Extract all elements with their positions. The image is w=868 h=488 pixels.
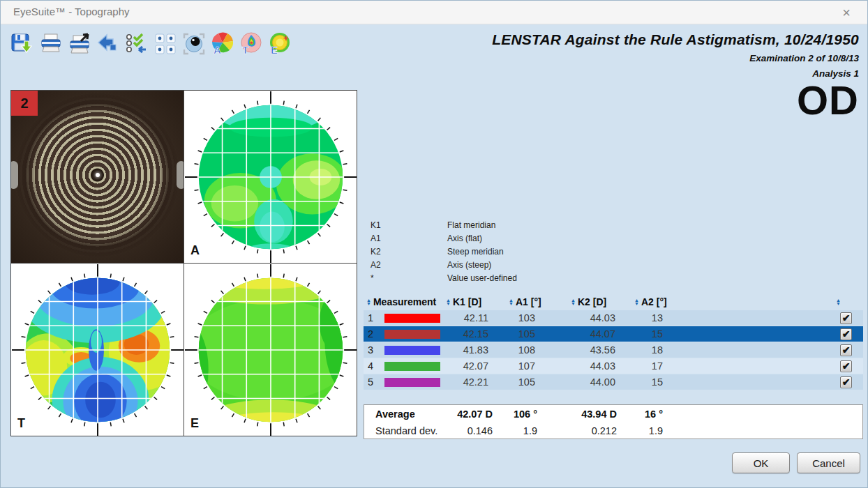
table-row[interactable]: 3 41.83 108 43.56 18 ✔	[364, 342, 863, 358]
row-number: 4	[364, 360, 384, 372]
toolbar: A T + E	[10, 30, 292, 58]
close-icon[interactable]: ×	[837, 3, 856, 22]
table-row[interactable]: 2 42.15 105 44.07 15 ✔	[364, 326, 863, 342]
average-k2: 43.94 D	[537, 409, 617, 420]
row-number: 1	[364, 312, 384, 323]
col-measurement[interactable]: Measurement	[373, 296, 436, 307]
a1-value: 107	[488, 360, 535, 372]
save-icon[interactable]	[10, 30, 34, 58]
stddev-a1: 1.9	[493, 425, 537, 436]
back-icon[interactable]	[96, 30, 120, 58]
fixation-dot	[96, 173, 100, 177]
col-a1[interactable]: A1 [°]	[516, 296, 541, 307]
quad-view-icon[interactable]	[154, 30, 177, 58]
legend-desc: Flat meridian	[447, 219, 495, 232]
k1-value: 41.83	[451, 344, 488, 356]
stddev-a2: 1.9	[617, 425, 663, 436]
elevation-map-icon[interactable]: + E	[268, 30, 292, 58]
average-a2: 16 °	[617, 409, 663, 420]
tangential-map-label: T	[17, 416, 25, 431]
window-title: EyeSuite™ - Topography	[13, 6, 130, 17]
eye-image-icon[interactable]	[182, 30, 206, 58]
k2-value: 44.03	[535, 360, 615, 372]
legend: K1Flat meridian A1Axis (flat) K2Steep me…	[371, 219, 517, 285]
print-export-icon[interactable]	[68, 30, 91, 58]
a2-value: 13	[615, 312, 663, 323]
a1-value: 103	[488, 312, 535, 323]
stddev-row: Standard dev. 0.146 1.9 0.212 1.9	[364, 422, 862, 439]
a1-value: 108	[488, 344, 535, 356]
cancel-button[interactable]: Cancel	[797, 452, 860, 473]
sort-icon[interactable]: ▲▼	[509, 298, 514, 306]
k1-value: 42.21	[451, 376, 488, 388]
a2-value: 18	[615, 344, 663, 356]
col-k2[interactable]: K2 [D]	[578, 296, 606, 307]
legend-key: K1	[371, 219, 447, 232]
elevation-map-label: E	[190, 416, 199, 431]
sort-icon[interactable]: ▲▼	[366, 298, 371, 306]
report-title: LENSTAR Against the Rule Astigmatism, 10…	[492, 31, 859, 48]
a1-value: 105	[488, 376, 535, 388]
print-icon[interactable]	[39, 30, 63, 58]
sort-icon[interactable]: ▲▼	[634, 298, 639, 306]
average-row: Average 42.07 D 106 ° 43.94 D 16 °	[364, 406, 862, 422]
measurement-color-bar	[384, 346, 440, 355]
row-checkbox[interactable]: ✔	[840, 376, 852, 388]
k2-value: 44.03	[535, 312, 615, 323]
k1-value: 42.11	[451, 312, 488, 323]
tangential-map-icon[interactable]: T	[239, 30, 263, 58]
a1-value: 105	[488, 328, 535, 340]
row-checkbox[interactable]: ✔	[840, 344, 852, 356]
stddev-label: Standard dev.	[375, 425, 448, 436]
report-header: LENSTAR Against the Rule Astigmatism, 10…	[492, 31, 859, 121]
ok-button[interactable]: OK	[732, 452, 790, 473]
measurement-color-bar	[384, 330, 440, 339]
axial-icon-letter: A	[214, 44, 221, 56]
measurement-number-badge: 2	[11, 91, 38, 116]
a2-value: 15	[615, 376, 663, 388]
axial-map-icon[interactable]: A	[211, 30, 234, 58]
assign-checklist-icon[interactable]	[125, 30, 149, 58]
placido-ring-image: 2	[11, 91, 184, 263]
col-k1[interactable]: K1 [D]	[453, 296, 481, 307]
row-number: 3	[364, 344, 384, 356]
elevation-icon-letter: E	[271, 44, 278, 56]
table-row[interactable]: 1 42.11 103 44.03 13 ✔	[364, 310, 863, 326]
measurement-color-bar	[384, 378, 440, 387]
legend-desc: Value user-defined	[447, 272, 517, 285]
legend-key: A2	[371, 259, 447, 272]
measurement-color-bar	[384, 362, 440, 371]
row-checkbox[interactable]: ✔	[840, 328, 852, 340]
elevation-icon-plus: +	[283, 33, 289, 43]
row-checkbox[interactable]: ✔	[840, 312, 852, 324]
row-number: 2	[364, 328, 384, 340]
stddev-k1: 0.146	[448, 425, 493, 436]
tangential-map: T	[11, 264, 184, 436]
average-label: Average	[375, 409, 448, 420]
average-a1: 106 °	[493, 409, 537, 420]
a2-value: 15	[615, 328, 663, 340]
table-row[interactable]: 5 42.21 105 44.00 15 ✔	[364, 374, 863, 390]
led-reflection-left	[11, 161, 18, 189]
row-number: 5	[364, 376, 384, 388]
table-header-row: ▲▼Measurement ▲▼K1 [D] ▲▼A1 [°] ▲▼K2 [D]…	[364, 294, 863, 310]
app-window: EyeSuite™ - Topography ×	[0, 0, 868, 488]
k2-value: 44.07	[535, 328, 615, 340]
sort-icon[interactable]: ▲▼	[836, 298, 841, 306]
col-a2[interactable]: A2 [°]	[641, 296, 667, 307]
legend-key: A1	[371, 232, 447, 245]
sort-icon[interactable]: ▲▼	[571, 298, 576, 306]
table-row[interactable]: 4 42.07 107 44.03 17 ✔	[364, 358, 863, 374]
axial-map-label: A	[190, 243, 200, 258]
elevation-map: E	[184, 264, 357, 436]
statistics-box: Average 42.07 D 106 ° 43.94 D 16 ° Stand…	[364, 404, 863, 439]
a2-value: 17	[615, 360, 663, 372]
axial-map: A	[184, 91, 357, 263]
measurement-table: ▲▼Measurement ▲▼K1 [D] ▲▼A1 [°] ▲▼K2 [D]…	[364, 294, 863, 390]
row-checkbox[interactable]: ✔	[840, 360, 852, 372]
average-k1: 42.07 D	[448, 409, 493, 420]
k2-value: 44.00	[535, 376, 615, 388]
led-reflection-right	[177, 161, 184, 189]
tangential-icon-letter: T	[242, 44, 248, 56]
sort-icon[interactable]: ▲▼	[446, 298, 451, 306]
